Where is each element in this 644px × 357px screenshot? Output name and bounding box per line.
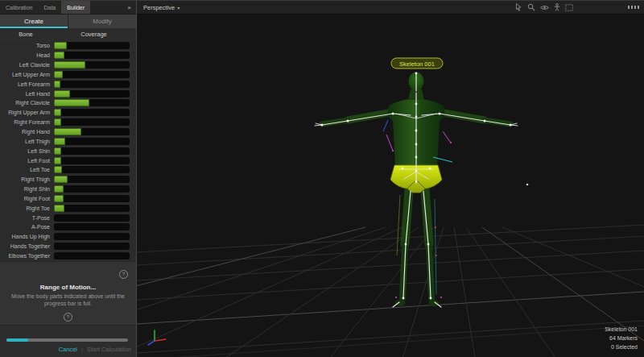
scene-canvas[interactable]: Skeleton 001 (137, 14, 644, 357)
coverage-bar-fill (54, 128, 81, 135)
bone-row: Left Shin (0, 146, 136, 156)
coverage-bar-fill (54, 166, 62, 173)
bone-row: Left Hand (0, 89, 136, 98)
coverage-bar-fill (54, 90, 70, 98)
bone-name: Head (0, 52, 54, 58)
coverage-bar (54, 52, 130, 59)
range-of-motion-info: ? Range of Motion... Move the body parts… (0, 261, 136, 325)
instruction-description: Move the body parts indicated above unti… (8, 293, 128, 307)
coverage-bar-fill (54, 52, 64, 59)
coverage-bar (54, 128, 130, 135)
bone-name: Left Upper Arm (0, 72, 54, 77)
tab-create[interactable]: Create (0, 15, 68, 28)
coverage-bar-fill (54, 147, 61, 155)
coverage-bar (54, 61, 130, 68)
column-bone: Bone (0, 31, 52, 38)
coverage-bar-fill (54, 71, 63, 78)
coverage-bar (54, 90, 130, 98)
viewport-toolbar: Perspective ▾ (137, 1, 644, 15)
tab-data[interactable]: Data (38, 1, 61, 14)
coverage-bar (54, 205, 130, 212)
coverage-bar (54, 81, 130, 88)
select-cursor-icon[interactable] (515, 3, 522, 11)
skeleton-icon[interactable] (554, 3, 560, 11)
panel-tab-bar: Calibration Data Builder × (0, 1, 136, 15)
bone-row: Hands Up High (0, 232, 136, 242)
skeleton-name-label: Skeleton 001 (391, 58, 443, 68)
bone-row: Left Foot (0, 156, 136, 165)
coverage-bar (54, 42, 130, 49)
help-icon[interactable]: ? (119, 270, 128, 279)
selection-stats: Skeleton 00164 Markers0 Selected (605, 325, 638, 351)
bone-name: Hands Up High (0, 234, 54, 239)
zoom-icon[interactable] (527, 3, 535, 11)
coverage-bar (54, 166, 130, 173)
viewport-stat: 0 Selected (605, 342, 638, 351)
viewport-stat: Skeleton 001 (605, 325, 638, 334)
bone-row: Torso (0, 41, 136, 51)
camera-view-dropdown[interactable]: Perspective ▾ (137, 4, 180, 11)
bone-name: T-Pose (0, 215, 54, 221)
bone-name: Right Upper Arm (0, 110, 54, 115)
bone-name: Left Thigh (0, 139, 54, 144)
bone-name: A-Pose (0, 224, 54, 230)
coverage-bar (54, 147, 130, 155)
bone-name: Left Forearm (0, 81, 54, 87)
cancel-button[interactable]: Cancel (59, 346, 77, 353)
bone-name: Right Forearm (0, 119, 54, 125)
stray-marker (526, 184, 529, 186)
bone-name: Torso (0, 43, 54, 48)
coverage-bar (54, 223, 130, 230)
bone-row: A-Pose (0, 222, 136, 232)
bone-name: Hands Together (0, 243, 54, 249)
coverage-bar (54, 157, 130, 164)
bone-name: Right Shin (0, 186, 54, 192)
tab-calibration[interactable]: Calibration (0, 1, 38, 14)
instruction-title: Range of Motion... (0, 284, 136, 291)
coverage-bar-fill (54, 176, 68, 183)
bone-row: Hands Together (0, 242, 136, 251)
column-header: Bone Coverage (0, 28, 136, 40)
bone-row: Right Foot (0, 194, 136, 204)
calculation-progress-bar (6, 338, 128, 342)
bone-row: Left Toe (0, 165, 136, 175)
coverage-bar (54, 118, 130, 126)
coverage-bar-fill (54, 118, 61, 126)
bone-row: Elbows Together (0, 251, 136, 261)
bone-name: Right Toe (0, 205, 54, 211)
viewport-stat: 64 Markers (605, 334, 638, 342)
viewport-layout-icon[interactable] (628, 1, 640, 14)
application-window: Calibration Data Builder × Create Modify… (0, 0, 644, 357)
coverage-bar (54, 243, 130, 250)
panel-footer: Cancel | Start Calculation (0, 325, 136, 357)
coverage-bar (54, 214, 130, 222)
bone-row: Left Clavicle (0, 60, 136, 70)
coverage-bar-fill (54, 205, 64, 212)
camera-view-label: Perspective (143, 4, 175, 11)
bone-name: Right Hand (0, 129, 54, 135)
calc-progress-fill (6, 338, 28, 342)
tab-modify[interactable]: Modify (68, 15, 136, 28)
coverage-bar-fill (54, 157, 61, 164)
mode-tabs: Create Modify (0, 15, 136, 28)
coverage-bar (54, 138, 130, 145)
bone-name: Right Thigh (0, 176, 54, 182)
bone-row: Left Thigh (0, 136, 136, 146)
bone-name: Left Toe (0, 167, 54, 172)
bone-row: Right Shin (0, 185, 136, 194)
marquee-select-icon[interactable] (565, 4, 573, 11)
eye-icon[interactable] (540, 4, 549, 11)
start-calculation-button[interactable]: Start Calculation (87, 346, 131, 353)
close-icon[interactable]: × (122, 1, 136, 14)
bone-name: Left Clavicle (0, 62, 54, 68)
bone-name: Left Shin (0, 148, 54, 154)
bone-name: Elbows Together (0, 253, 54, 259)
bone-row: Right Upper Arm (0, 108, 136, 118)
coverage-bar (54, 233, 130, 240)
help-icon[interactable]: ? (64, 313, 72, 322)
chevron-down-icon: ▾ (177, 5, 180, 10)
coverage-bar-fill (54, 42, 67, 49)
bone-row: Right Clavicle (0, 98, 136, 108)
tab-builder[interactable]: Builder (61, 1, 90, 14)
viewport-3d[interactable]: Perspective ▾ (137, 1, 644, 357)
